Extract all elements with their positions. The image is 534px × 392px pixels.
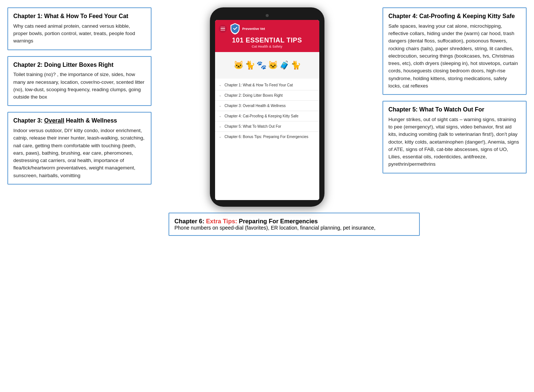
chapter-3-title-prefix: Chapter 3: xyxy=(13,117,44,124)
chapter-5-body: Hunger strikes, out of sight cats – warn… xyxy=(388,116,521,168)
tablet-screen: + Preventive Vet 101 ESSENTIAL TIPS Cat … xyxy=(215,20,319,200)
chapter-list: ⌄ Chapter 1: What & How To Feed Your Cat… xyxy=(215,79,319,200)
chapter-6-body: Phone numbers on speed-dial (favorites),… xyxy=(174,225,414,231)
bottom-row: Chapter 6: Extra Tips: Preparing For Eme… xyxy=(157,213,527,236)
hamburger-line-3 xyxy=(221,30,225,31)
app-title-main: 101 ESSENTIAL TIPS xyxy=(220,37,314,44)
chapter-6-title: Chapter 6: Extra Tips: Preparing For Eme… xyxy=(174,218,414,225)
cat-figure-2: 🐈 xyxy=(245,61,255,69)
chapter-list-item-6[interactable]: ⌄ Chapter 6: Bonus Tips: Preparing For E… xyxy=(215,132,319,142)
chapter-2-title: Chapter 2: Doing Litter Boxes Right xyxy=(13,61,146,69)
chapter-6-title-suffix: Preparing For Emergencies xyxy=(237,218,318,224)
chapter-list-label-2: Chapter 2: Doing Litter Boxes Right xyxy=(225,93,283,97)
chevron-icon-1: ⌄ xyxy=(219,83,222,87)
app-title-sub: Cat Health & Safety xyxy=(220,45,314,48)
center-column: + Preventive Vet 101 ESSENTIAL TIPS Cat … xyxy=(157,7,377,207)
left-column: Chapter 1: What & How To Feed Your Cat W… xyxy=(7,7,152,185)
brand-text: Preventive Vet xyxy=(242,27,265,31)
chapter-list-item-3[interactable]: ⌄ Chapter 3: Overall Health & Wellness xyxy=(215,101,319,111)
page-container: Chapter 1: What & How To Feed Your Cat W… xyxy=(0,0,534,392)
chapter-3-title-underline: Overall xyxy=(44,117,64,124)
chapter-6-box: Chapter 6: Extra Tips: Preparing For Eme… xyxy=(169,213,420,236)
chapter-3-box: Chapter 3: Overall Health & Wellness Ind… xyxy=(7,112,152,185)
tablet-device: + Preventive Vet 101 ESSENTIAL TIPS Cat … xyxy=(210,7,324,207)
shield-icon: + xyxy=(230,23,240,35)
chapter-2-body: Toilet training (no)? , the importance o… xyxy=(13,71,146,101)
chapter-3-title: Chapter 3: Overall Health & Wellness xyxy=(13,117,146,125)
chevron-icon-4: ⌄ xyxy=(219,114,222,118)
chapter-6-title-red: Extra Tips: xyxy=(206,218,237,224)
chapter-2-box: Chapter 2: Doing Litter Boxes Right Toil… xyxy=(7,56,152,106)
app-header: + Preventive Vet 101 ESSENTIAL TIPS Cat … xyxy=(215,20,319,52)
chapter-list-label-5: Chapter 5: What To Watch Out For xyxy=(225,124,281,128)
chapter-4-box: Chapter 4: Cat-Proofing & Keeping Kitty … xyxy=(382,7,527,95)
chapter-1-box: Chapter 1: What & How To Feed Your Cat W… xyxy=(7,7,152,50)
right-column: Chapter 4: Cat-Proofing & Keeping Kitty … xyxy=(382,7,527,173)
app-top-bar: + Preventive Vet xyxy=(219,23,316,35)
app-title-block: 101 ESSENTIAL TIPS Cat Health & Safety xyxy=(219,36,316,50)
brand-area: + Preventive Vet xyxy=(230,23,265,35)
illustrations-strip: 🐱 🐈 🐾 🐱 🧳 🐈 xyxy=(215,52,319,79)
chapter-list-item-1[interactable]: ⌄ Chapter 1: What & How To Feed Your Cat xyxy=(215,80,319,90)
chapter-list-label-1: Chapter 1: What & How To Feed Your Cat xyxy=(225,83,293,87)
chapter-6-title-prefix: Chapter 6: xyxy=(174,218,206,224)
chapter-5-title: Chapter 5: What To Watch Out For xyxy=(388,106,521,114)
chapter-list-label-4: Chapter 4: Cat-Proofing & Keeping Kitty … xyxy=(225,114,299,118)
hamburger-line-2 xyxy=(221,28,225,29)
carrier-figure: 🧳 xyxy=(279,61,289,69)
hamburger-icon[interactable] xyxy=(219,25,227,33)
chapter-1-title: Chapter 1: What & How To Feed Your Cat xyxy=(13,13,146,20)
tablet-camera xyxy=(266,14,269,17)
chapter-1-body: Why cats need animal protein, canned ver… xyxy=(13,23,146,45)
cat-figure-1: 🐱 xyxy=(234,61,244,69)
chapter-list-item-4[interactable]: ⌄ Chapter 4: Cat-Proofing & Keeping Kitt… xyxy=(215,111,319,121)
svg-text:+: + xyxy=(232,31,233,33)
chapter-list-label-3: Chapter 3: Overall Health & Wellness xyxy=(225,104,286,108)
chapter-5-box: Chapter 5: What To Watch Out For Hunger … xyxy=(382,101,527,173)
chapter-4-body: Safe spaces, leaving your cat alone, mic… xyxy=(388,23,521,90)
hamburger-line-1 xyxy=(221,27,225,28)
main-layout: Chapter 1: What & How To Feed Your Cat W… xyxy=(7,7,527,248)
chevron-icon-6: ⌄ xyxy=(219,135,222,138)
chapter-list-item-5[interactable]: ⌄ Chapter 5: What To Watch Out For xyxy=(215,121,319,132)
cat-figure-4: 🐱 xyxy=(268,61,278,69)
chapter-4-title: Chapter 4: Cat-Proofing & Keeping Kitty … xyxy=(388,13,521,20)
chapter-list-label-6: Chapter 6: Bonus Tips: Preparing For Eme… xyxy=(225,135,309,139)
chevron-icon-2: ⌄ xyxy=(219,93,222,97)
cat-figure-3: 🐾 xyxy=(256,61,266,69)
chevron-icon-3: ⌄ xyxy=(219,104,222,107)
cat-figure-5: 🐈 xyxy=(291,61,301,69)
chapter-list-item-2[interactable]: ⌄ Chapter 2: Doing Litter Boxes Right xyxy=(215,90,319,101)
chapter-3-title-suffix: Health & Wellness xyxy=(64,117,117,124)
chapter-3-body: Indoor versus outdoor, DIY kitty condo, … xyxy=(13,127,146,179)
chevron-icon-5: ⌄ xyxy=(219,124,222,128)
